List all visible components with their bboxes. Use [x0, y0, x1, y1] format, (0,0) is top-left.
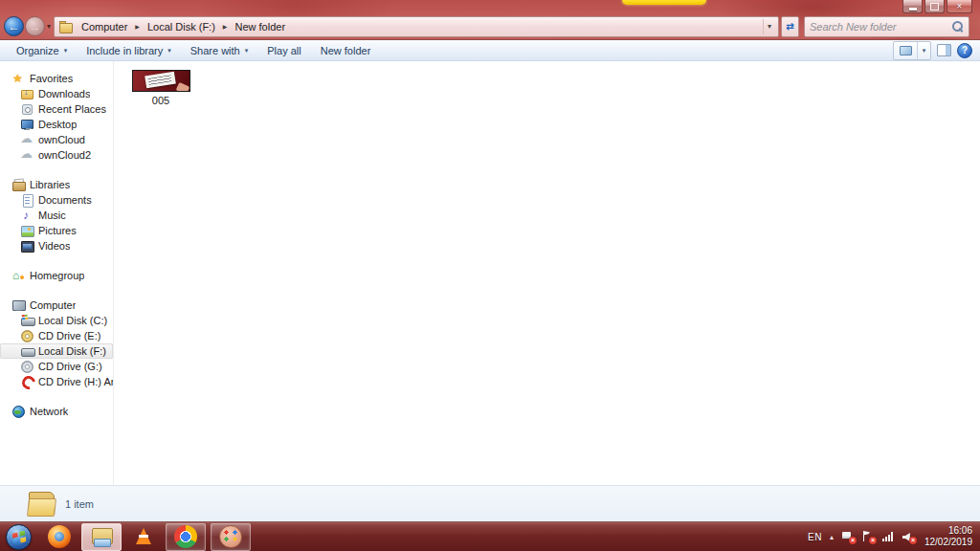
sidebar-item-computer[interactable]: Computer [0, 298, 113, 313]
address-bar[interactable]: Computer▶Local Disk (F:)▶New folder ▾ [54, 16, 779, 37]
back-arrow-icon: ← [9, 20, 20, 33]
taskbar-app-firefox[interactable] [42, 523, 77, 551]
cd-icon [20, 360, 34, 373]
sidebar-item-local-disk-c[interactable]: Local Disk (C:) [0, 313, 113, 328]
toolbar-button-include-in-library[interactable]: Include in library ▾ [78, 43, 180, 58]
close-button[interactable]: × [947, 0, 972, 13]
sidebar-item-homegroup[interactable]: Homegroup [0, 268, 113, 283]
libraries-icon [11, 178, 26, 191]
device-error-icon[interactable] [841, 530, 855, 543]
sidebar-item-favorites[interactable]: Favorites [0, 71, 113, 86]
clock[interactable]: 16:06 12/02/2019 [924, 525, 972, 549]
taskbar-app-paint[interactable] [211, 523, 251, 551]
file-list[interactable]: 005 [114, 61, 980, 485]
sidebar-item-label: Pictures [38, 225, 77, 236]
refresh-button[interactable]: ⇄ [781, 16, 799, 37]
breadcrumb-new-folder[interactable]: New folder [229, 19, 291, 34]
cloud-icon [20, 133, 34, 146]
recent-icon [20, 102, 34, 116]
hidden-icons-arrow[interactable]: ▴ [830, 533, 834, 541]
desktop: × ← → ▾ Computer▶Local Disk (F:)▶New fol… [0, 0, 980, 551]
sidebar-item-label: Downloads [38, 88, 90, 99]
toolbar-left: Organize ▾ Include in library ▾ Share wi… [8, 43, 379, 58]
sidebar-item-label: ownCloud [38, 134, 85, 145]
breadcrumb-local-disk-f[interactable]: Local Disk (F:) [142, 19, 221, 34]
sidebar-item-owncloud2[interactable]: ownCloud2 [0, 147, 113, 163]
sidebar-item-documents[interactable]: Documents [0, 192, 113, 208]
action-center-error-icon[interactable] [861, 530, 875, 543]
network-signal-icon[interactable] [881, 530, 895, 543]
sidebar-item-label: Homegroup [30, 270, 84, 281]
computer-icon [11, 298, 26, 312]
chevron-down-icon: ▾ [167, 47, 171, 55]
window-controls: × [902, 0, 972, 13]
sidebar-section: Homegroup [0, 268, 113, 283]
restore-button[interactable] [924, 0, 945, 13]
wallpaper-yellow-strip [622, 0, 706, 5]
tray-icons [841, 530, 915, 543]
sidebar-item-downloads[interactable]: Downloads [0, 86, 113, 101]
volume-muted-icon[interactable] [902, 530, 915, 543]
search-box[interactable] [804, 16, 969, 37]
sidebar-item-pictures[interactable]: Pictures [0, 223, 113, 238]
forward-button[interactable]: → [25, 16, 45, 36]
sidebar-item-label: Music [38, 209, 66, 221]
file-item-005[interactable]: 005 [130, 70, 191, 106]
back-button[interactable]: ← [4, 16, 24, 36]
views-split-button: ▾ [893, 41, 931, 60]
sidebar-item-cd-drive-g[interactable]: CD Drive (G:) [0, 359, 113, 374]
sidebar-item-label: Local Disk (F:) [38, 345, 106, 357]
video-icon [20, 239, 34, 253]
folder-icon [59, 21, 72, 33]
minimize-button[interactable] [902, 0, 923, 13]
change-view-button[interactable] [894, 42, 917, 59]
desktop-icon [20, 118, 34, 131]
sidebar-section: Computer Local Disk (C:) CD Drive (E:) L… [0, 298, 113, 389]
breadcrumb: Computer▶Local Disk (F:)▶New folder [76, 19, 291, 34]
toolbar-button-share-with[interactable]: Share with ▾ [182, 43, 257, 58]
sidebar-item-desktop[interactable]: Desktop [0, 117, 113, 132]
clock-time: 16:06 [924, 525, 972, 538]
chevron-down-icon: ▾ [64, 47, 68, 55]
help-button[interactable]: ? [957, 43, 972, 58]
sidebar-item-label: Videos [38, 240, 70, 252]
folder-down-icon [20, 87, 34, 100]
toolbar-button-new-folder[interactable]: New folder [312, 43, 380, 58]
star-icon [11, 72, 26, 85]
search-input[interactable] [810, 21, 951, 33]
window-chrome: × ← → ▾ Computer▶Local Disk (F:)▶New fol… [0, 0, 980, 40]
details-pane: 1 item [0, 485, 980, 521]
taskbar-app-explorer[interactable] [81, 523, 122, 551]
toolbar-button-organize[interactable]: Organize ▾ [8, 43, 76, 58]
sidebar-item-network[interactable]: Network [0, 404, 113, 419]
sidebar-item-cd-drive-h-andro[interactable]: CD Drive (H:) Andro [0, 374, 113, 389]
taskbar-app-vlc[interactable] [126, 523, 161, 551]
explorer-main: Favorites Downloads Recent Places Deskto… [0, 61, 980, 485]
start-button[interactable] [6, 524, 32, 550]
toolbar-button-label: Play all [267, 45, 301, 56]
preview-pane-button[interactable] [937, 44, 951, 56]
taskbar: EN ▴ 16:06 12/02/2019 [0, 521, 980, 551]
address-dropdown[interactable]: ▾ [763, 19, 775, 34]
breadcrumb-separator-icon: ▶ [133, 23, 142, 30]
explorer-icon [91, 528, 113, 547]
toolbar-button-play-all[interactable]: Play all [258, 43, 309, 58]
sidebar-item-owncloud[interactable]: ownCloud [0, 132, 113, 147]
taskbar-app-chrome[interactable] [166, 523, 206, 551]
firefox-icon [48, 525, 71, 548]
sidebar-item-libraries[interactable]: Libraries [0, 177, 113, 192]
sidebar-item-music[interactable]: Music [0, 208, 113, 223]
language-indicator[interactable]: EN [808, 532, 822, 542]
thumbnail-paper [145, 72, 176, 89]
views-dropdown[interactable]: ▾ [917, 42, 930, 59]
sidebar-item-label: CD Drive (E:) [38, 330, 100, 342]
recent-pages-dropdown[interactable]: ▾ [45, 22, 54, 31]
sidebar-item-videos[interactable]: Videos [0, 238, 113, 253]
sidebar-item-local-disk-f[interactable]: Local Disk (F:) [0, 343, 113, 359]
sidebar-item-recent-places[interactable]: Recent Places [0, 101, 113, 117]
chrome-icon [174, 525, 197, 548]
toolbar-right: ▾ ? [893, 41, 972, 60]
sidebar-item-cd-drive-e[interactable]: CD Drive (E:) [0, 328, 113, 343]
sidebar-item-label: Desktop [38, 119, 77, 130]
breadcrumb-computer[interactable]: Computer [76, 19, 133, 34]
